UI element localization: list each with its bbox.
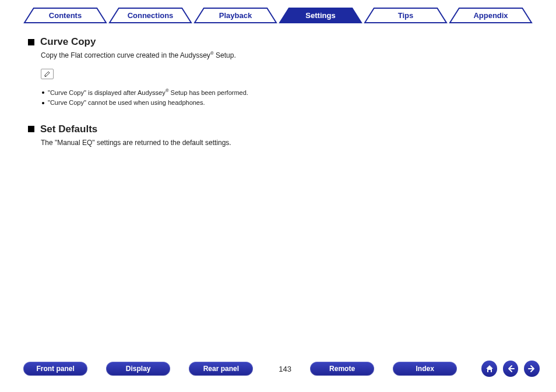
section-title: Set Defaults <box>40 123 97 135</box>
tab-connections[interactable]: Connections <box>108 7 192 23</box>
body-text: The "Manual EQ" settings are returned to… <box>41 139 231 147</box>
page-number: 143 <box>272 365 298 373</box>
bullet-square-icon <box>28 126 34 132</box>
top-tabs: Contents Connections Playback Settings T… <box>23 7 533 27</box>
section-body: The "Manual EQ" settings are returned to… <box>41 137 528 148</box>
bottom-nav: Front panel Display Rear panel 143 Remot… <box>23 359 540 378</box>
body-text-pre: Copy the Flat correction curve created i… <box>41 51 210 59</box>
section-heading: Set Defaults <box>28 123 528 135</box>
home-button[interactable] <box>481 361 497 377</box>
tab-settings[interactable]: Settings <box>279 7 363 23</box>
tab-tips[interactable]: Tips <box>364 7 448 23</box>
section-curve-copy: Curve Copy Copy the Flat correction curv… <box>28 36 528 108</box>
tab-appendix[interactable]: Appendix <box>449 7 533 23</box>
pill-label: Front panel <box>36 365 74 373</box>
bullet-square-icon <box>28 39 34 45</box>
tab-contents[interactable]: Contents <box>23 7 107 23</box>
section-heading: Curve Copy <box>28 36 528 48</box>
note-text-post: Setup has been performed. <box>169 89 248 96</box>
display-button[interactable]: Display <box>106 362 170 376</box>
index-button[interactable]: Index <box>393 362 457 376</box>
note-box: "Curve Copy" is displayed after Audyssey… <box>41 69 307 108</box>
note-item: "Curve Copy" is displayed after Audyssey… <box>41 87 307 98</box>
section-body: Copy the Flat correction curve created i… <box>41 50 528 61</box>
pill-label: Rear panel <box>203 365 239 373</box>
note-text-pre: "Curve Copy" is displayed after Audyssey <box>48 89 166 96</box>
tab-playback[interactable]: Playback <box>193 7 277 23</box>
arrow-right-icon <box>527 364 537 373</box>
remote-button[interactable]: Remote <box>310 362 374 376</box>
section-set-defaults: Set Defaults The "Manual EQ" settings ar… <box>28 123 528 148</box>
note-text-pre: "Curve Copy" cannot be used when using h… <box>48 99 205 106</box>
page-content: Curve Copy Copy the Flat correction curv… <box>28 36 528 163</box>
pill-label: Display <box>126 365 151 373</box>
home-icon <box>485 364 494 373</box>
prev-page-button[interactable] <box>503 361 519 377</box>
note-list: "Curve Copy" is displayed after Audyssey… <box>41 87 307 108</box>
next-page-button[interactable] <box>524 361 540 377</box>
body-text-post: Setup. <box>214 51 236 59</box>
arrow-left-icon <box>506 364 515 373</box>
pencil-icon <box>41 69 54 79</box>
note-item: "Curve Copy" cannot be used when using h… <box>41 98 307 108</box>
section-title: Curve Copy <box>40 36 96 48</box>
pill-label: Remote <box>329 365 355 373</box>
pill-label: Index <box>416 365 434 373</box>
rear-panel-button[interactable]: Rear panel <box>189 362 253 376</box>
front-panel-button[interactable]: Front panel <box>23 362 87 376</box>
